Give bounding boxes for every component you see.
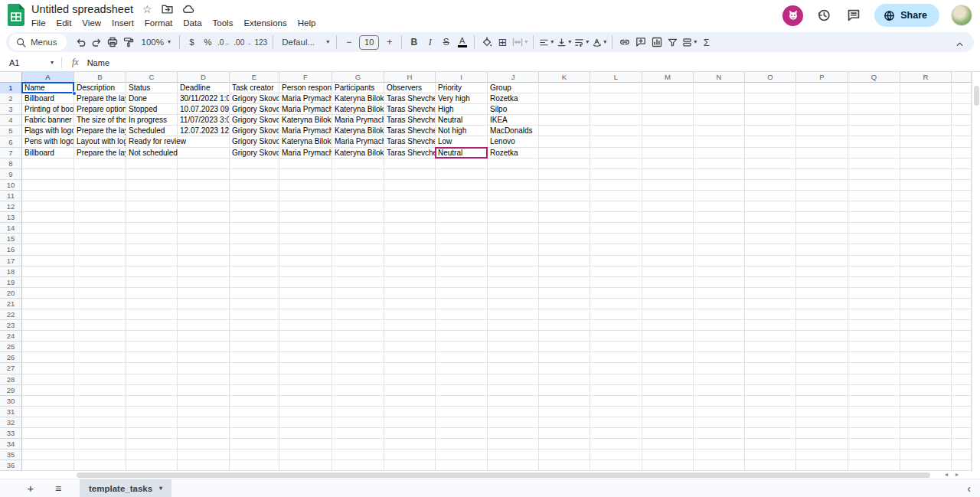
cell-L32[interactable] bbox=[590, 417, 642, 428]
cell-D14[interactable] bbox=[178, 223, 230, 234]
cell-E1[interactable]: Task creator bbox=[230, 83, 279, 93]
cell-Q27[interactable] bbox=[848, 363, 900, 374]
cell-K19[interactable] bbox=[539, 277, 590, 288]
cell-P25[interactable] bbox=[796, 342, 848, 352]
cell-A36[interactable] bbox=[22, 460, 74, 471]
cell-M16[interactable] bbox=[642, 244, 694, 255]
cell-O3[interactable] bbox=[745, 104, 796, 115]
cell-E15[interactable] bbox=[230, 234, 279, 244]
cell-G2[interactable]: Kateryna Bilokur bbox=[332, 93, 384, 104]
cell-M9[interactable] bbox=[642, 169, 694, 180]
text-rotation-button[interactable]: ▾ bbox=[590, 34, 608, 51]
cell-B16[interactable] bbox=[74, 244, 126, 255]
cell-N17[interactable] bbox=[694, 256, 745, 266]
cell-L19[interactable] bbox=[590, 277, 642, 288]
column-header-M[interactable]: M bbox=[642, 72, 694, 83]
cell-G21[interactable] bbox=[332, 299, 384, 309]
cell-G35[interactable] bbox=[332, 450, 384, 460]
cell-B21[interactable] bbox=[74, 299, 126, 309]
cell-F31[interactable] bbox=[279, 407, 332, 417]
cell-C8[interactable] bbox=[126, 159, 178, 169]
cell-D26[interactable] bbox=[178, 352, 230, 363]
cell-C25[interactable] bbox=[126, 342, 178, 352]
cell-Q16[interactable] bbox=[848, 244, 900, 255]
cell-B27[interactable] bbox=[74, 363, 126, 374]
cell-P26[interactable] bbox=[796, 352, 848, 363]
cell-R31[interactable] bbox=[900, 407, 952, 417]
cell-N7[interactable] bbox=[694, 148, 745, 159]
cell-R34[interactable] bbox=[900, 439, 952, 450]
cell-N2[interactable] bbox=[694, 93, 745, 104]
cell-I28[interactable] bbox=[436, 374, 488, 385]
cell-C3[interactable]: Stopped bbox=[126, 104, 178, 115]
cell-I2[interactable]: Very high bbox=[436, 93, 488, 104]
cell-P7[interactable] bbox=[796, 148, 848, 159]
cell-Q2[interactable] bbox=[848, 93, 900, 104]
cell-L10[interactable] bbox=[590, 180, 642, 191]
cell-F2[interactable]: Maria Prymachenko bbox=[279, 93, 332, 104]
table-views-button[interactable]: ▾ bbox=[681, 34, 698, 51]
cell-R23[interactable] bbox=[900, 320, 952, 331]
menu-insert[interactable]: Insert bbox=[106, 17, 139, 29]
cell-N19[interactable] bbox=[694, 277, 745, 288]
cell-K17[interactable] bbox=[539, 256, 590, 266]
cell-L25[interactable] bbox=[590, 342, 642, 352]
cell-E18[interactable] bbox=[230, 266, 279, 277]
row-header-3[interactable]: 3 bbox=[0, 104, 22, 115]
cell-Q24[interactable] bbox=[848, 331, 900, 342]
cell-D1[interactable]: Deadline bbox=[178, 83, 230, 93]
menu-tools[interactable]: Tools bbox=[207, 17, 239, 29]
borders-button[interactable]: ⊞ bbox=[495, 34, 511, 51]
cell-D18[interactable] bbox=[178, 266, 230, 277]
font-size-input[interactable]: 10 bbox=[359, 35, 379, 50]
cell-F3[interactable]: Maria Prymachenko bbox=[279, 104, 332, 115]
cell-A24[interactable] bbox=[22, 331, 74, 342]
cell-K23[interactable] bbox=[539, 320, 590, 331]
cell-I32[interactable] bbox=[436, 417, 488, 428]
cell-H17[interactable] bbox=[384, 256, 436, 266]
cell-D28[interactable] bbox=[178, 374, 230, 385]
cell-B23[interactable] bbox=[74, 320, 126, 331]
cell-B35[interactable] bbox=[74, 450, 126, 460]
menu-edit[interactable]: Edit bbox=[51, 17, 77, 29]
cell-G33[interactable] bbox=[332, 428, 384, 439]
share-button[interactable]: Share bbox=[874, 4, 939, 27]
cell-R11[interactable] bbox=[900, 191, 952, 201]
cell-P31[interactable] bbox=[796, 407, 848, 417]
cell-L14[interactable] bbox=[590, 223, 642, 234]
cell-F28[interactable] bbox=[279, 374, 332, 385]
cell-E36[interactable] bbox=[230, 460, 279, 471]
cell-F6[interactable]: Kateryna Bilokur bbox=[279, 136, 332, 147]
cell-F20[interactable] bbox=[279, 288, 332, 299]
cell-Q7[interactable] bbox=[848, 148, 900, 159]
cell-A29[interactable] bbox=[22, 385, 74, 396]
cell-E29[interactable] bbox=[230, 385, 279, 396]
cell-K27[interactable] bbox=[539, 363, 590, 374]
cell-C12[interactable] bbox=[126, 201, 178, 212]
cell-A2[interactable]: Billboard bbox=[22, 93, 74, 104]
cell-S6[interactable] bbox=[952, 136, 972, 147]
cell-J16[interactable] bbox=[488, 244, 539, 255]
cell-I23[interactable] bbox=[436, 320, 488, 331]
row-header-32[interactable]: 32 bbox=[0, 417, 22, 428]
cell-G15[interactable] bbox=[332, 234, 384, 244]
cell-N21[interactable] bbox=[694, 299, 745, 309]
cell-B11[interactable] bbox=[74, 191, 126, 201]
cell-Q12[interactable] bbox=[848, 201, 900, 212]
cell-I35[interactable] bbox=[436, 450, 488, 460]
cell-H13[interactable] bbox=[384, 212, 436, 223]
cell-Q6[interactable] bbox=[848, 136, 900, 147]
row-header-1[interactable]: 1 bbox=[0, 83, 22, 93]
cell-B31[interactable] bbox=[74, 407, 126, 417]
cell-S31[interactable] bbox=[952, 407, 972, 417]
cell-F16[interactable] bbox=[279, 244, 332, 255]
cell-D33[interactable] bbox=[178, 428, 230, 439]
row-header-18[interactable]: 18 bbox=[0, 266, 22, 277]
cell-O12[interactable] bbox=[745, 201, 796, 212]
cell-N11[interactable] bbox=[694, 191, 745, 201]
cell-I22[interactable] bbox=[436, 309, 488, 320]
cell-P15[interactable] bbox=[796, 234, 848, 244]
cell-E3[interactable]: Grigory Skovoroda bbox=[230, 104, 279, 115]
menu-file[interactable]: File bbox=[26, 17, 51, 29]
cell-I10[interactable] bbox=[436, 180, 488, 191]
